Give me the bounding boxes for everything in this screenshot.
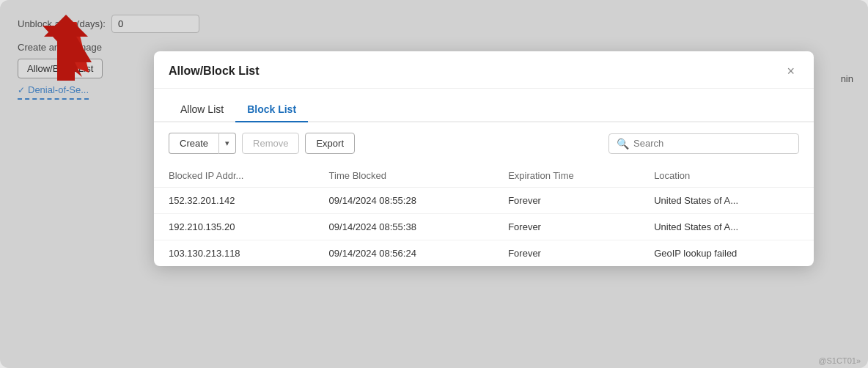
modal-tabs: Allow List Block List (154, 89, 814, 122)
table-cell-location: GeoIP lookup failed (639, 240, 814, 267)
tab-allow-list[interactable]: Allow List (169, 97, 235, 122)
allow-block-modal: Allow/Block List × Allow List Block List… (154, 51, 814, 266)
table-cell-location: United States of A... (639, 214, 814, 240)
col-header-expiration: Expiration Time (493, 164, 639, 188)
table-cell-time_blocked: 09/14/2024 08:55:38 (315, 214, 494, 240)
block-list-table: Blocked IP Addr... Time Blocked Expirati… (154, 164, 814, 266)
create-dropdown-button[interactable]: ▾ (218, 133, 236, 154)
modal-toolbar: Create ▾ Remove Export 🔍 (154, 122, 814, 164)
create-button-group: Create ▾ (169, 133, 236, 154)
col-header-ip: Blocked IP Addr... (154, 164, 315, 188)
table-row: 103.130.213.11809/14/2024 08:56:24Foreve… (154, 240, 814, 267)
modal-header: Allow/Block List × (154, 51, 814, 89)
col-header-time-blocked: Time Blocked (315, 164, 494, 188)
table-cell-ip: 192.210.135.20 (154, 214, 315, 240)
table-cell-ip: 103.130.213.118 (154, 240, 315, 267)
modal-title: Allow/Block List (169, 65, 260, 78)
search-input[interactable] (633, 138, 791, 149)
table-header-row: Blocked IP Addr... Time Blocked Expirati… (154, 164, 814, 188)
export-button[interactable]: Export (305, 133, 355, 154)
table-cell-time_blocked: 09/14/2024 08:56:24 (315, 240, 494, 267)
table-cell-expiration: Forever (493, 188, 639, 214)
create-button[interactable]: Create (169, 133, 218, 154)
search-box: 🔍 (608, 133, 799, 154)
table-cell-expiration: Forever (493, 240, 639, 267)
search-icon: 🔍 (617, 138, 629, 150)
table-cell-location: United States of A... (639, 188, 814, 214)
watermark: @S1CT01» (818, 356, 861, 365)
table-row: 192.210.135.2009/14/2024 08:55:38Forever… (154, 214, 814, 240)
table-cell-time_blocked: 09/14/2024 08:55:28 (315, 188, 494, 214)
table-row: 152.32.201.14209/14/2024 08:55:28Forever… (154, 188, 814, 214)
col-header-location: Location (639, 164, 814, 188)
table-cell-expiration: Forever (493, 214, 639, 240)
tab-block-list[interactable]: Block List (235, 97, 308, 122)
table-cell-ip: 152.32.201.142 (154, 188, 315, 214)
remove-button[interactable]: Remove (242, 133, 299, 154)
modal-close-button[interactable]: × (782, 63, 799, 79)
